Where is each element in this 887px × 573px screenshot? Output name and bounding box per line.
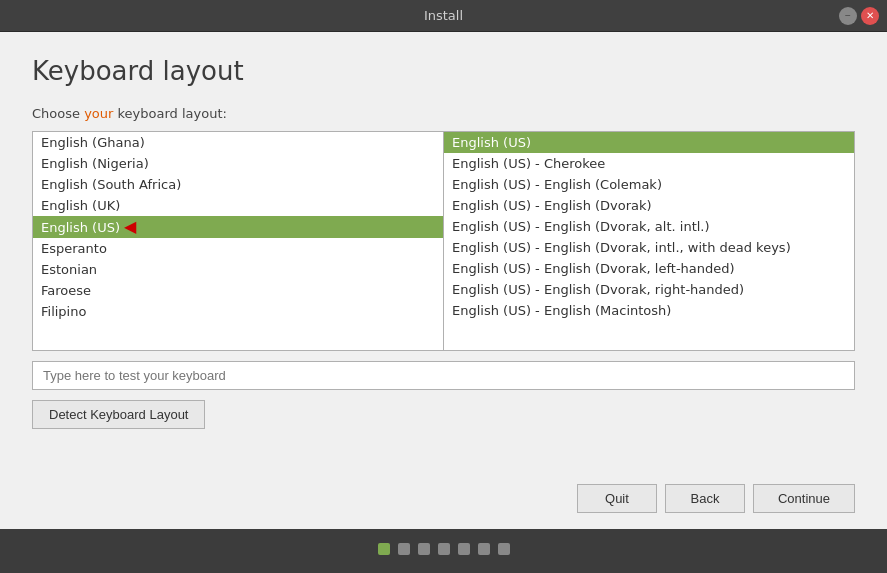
action-bar: Quit Back Continue (0, 472, 887, 529)
selection-arrow-icon: ◀ (124, 219, 136, 235)
progress-dot (458, 543, 470, 555)
instruction-label: Choose your keyboard layout: (32, 106, 855, 121)
progress-dot (398, 543, 410, 555)
progress-dot (438, 543, 450, 555)
list-item[interactable]: English (US) - English (Dvorak, left-han… (444, 258, 854, 279)
content-area: Keyboard layout Choose your keyboard lay… (0, 32, 887, 472)
window-title: Install (424, 8, 463, 23)
list-item[interactable]: English (Nigeria) (33, 153, 443, 174)
titlebar: Install − ✕ (0, 0, 887, 32)
list-item[interactable]: English (US) - English (Dvorak, intl., w… (444, 237, 854, 258)
page-title: Keyboard layout (32, 56, 855, 86)
left-keyboard-list[interactable]: English (Ghana)English (Nigeria)English … (32, 131, 443, 351)
list-item[interactable]: Esperanto (33, 238, 443, 259)
list-item[interactable]: English (US) - English (Dvorak) (444, 195, 854, 216)
keyboard-lists: English (Ghana)English (Nigeria)English … (32, 131, 855, 351)
list-item[interactable]: English (US) - Cherokee (444, 153, 854, 174)
right-keyboard-list[interactable]: English (US)English (US) - CherokeeEngli… (443, 131, 855, 351)
close-button[interactable]: ✕ (861, 7, 879, 25)
list-item[interactable]: Filipino (33, 301, 443, 322)
list-item[interactable]: Faroese (33, 280, 443, 301)
back-button[interactable]: Back (665, 484, 745, 513)
list-item[interactable]: English (US) - English (Macintosh) (444, 300, 854, 321)
list-item[interactable]: English (Ghana) (33, 132, 443, 153)
window-controls: − ✕ (839, 7, 879, 25)
list-item[interactable]: English (US) - English (Dvorak, alt. int… (444, 216, 854, 237)
minimize-button[interactable]: − (839, 7, 857, 25)
progress-dot (478, 543, 490, 555)
list-item[interactable]: Estonian (33, 259, 443, 280)
progress-dot (378, 543, 390, 555)
list-item[interactable]: English (US) - English (Colemak) (444, 174, 854, 195)
quit-button[interactable]: Quit (577, 484, 657, 513)
progress-dot (498, 543, 510, 555)
list-item[interactable]: English (UK) (33, 195, 443, 216)
instruction-highlight: your (84, 106, 113, 121)
selected-item-row: English (US) ◀ (41, 219, 435, 235)
detect-keyboard-button[interactable]: Detect Keyboard Layout (32, 400, 205, 429)
continue-button[interactable]: Continue (753, 484, 855, 513)
list-item[interactable]: English (South Africa) (33, 174, 443, 195)
keyboard-test-input[interactable] (32, 361, 855, 390)
progress-dots (0, 529, 887, 573)
list-item[interactable]: English (US) (444, 132, 854, 153)
list-item[interactable]: English (US) ◀ (33, 216, 443, 238)
progress-dot (418, 543, 430, 555)
list-item[interactable]: English (US) - English (Dvorak, right-ha… (444, 279, 854, 300)
window-body: Keyboard layout Choose your keyboard lay… (0, 32, 887, 529)
